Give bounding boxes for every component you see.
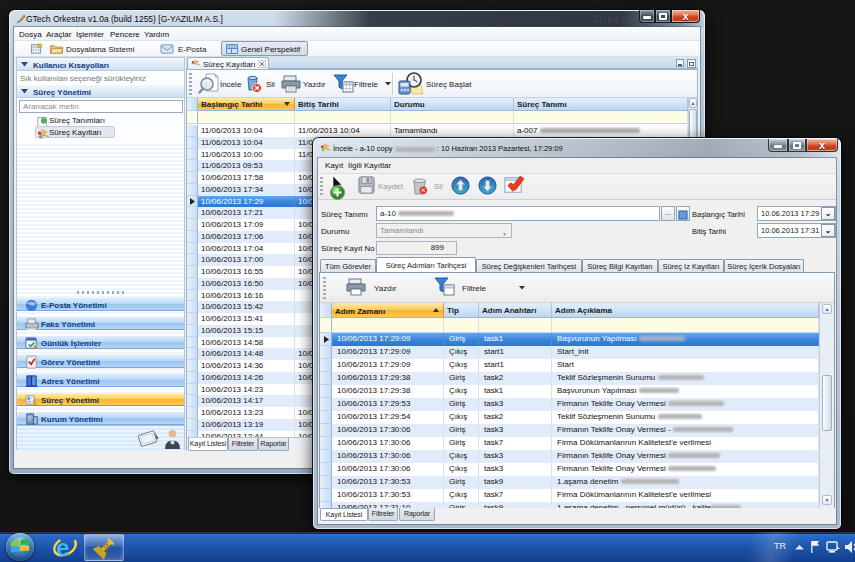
svg-text:e: e [56, 535, 69, 561]
